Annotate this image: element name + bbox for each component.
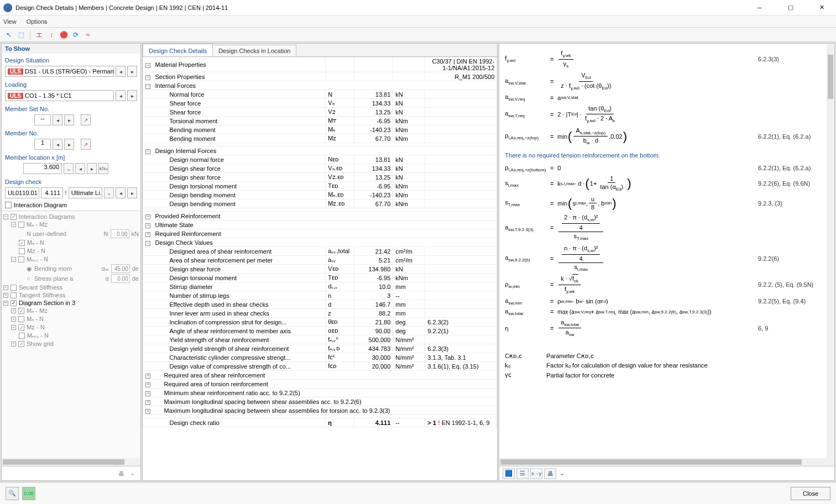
minimize-button[interactable]: ─ — [749, 1, 771, 14]
tree-collapse-icon[interactable]: − — [3, 301, 8, 306]
print-dropdown-icon[interactable]: ⌄ — [127, 469, 137, 479]
status-precision-icon[interactable]: 0.00 — [22, 487, 35, 500]
tool-pointer-icon[interactable]: ↖ — [3, 29, 14, 40]
expand-icon[interactable]: + — [145, 374, 150, 379]
left-tree-scrollbar[interactable] — [2, 458, 140, 466]
group-material-properties[interactable]: Material Properties — [153, 57, 326, 72]
expand-icon[interactable]: + — [145, 391, 150, 396]
tree-expand-icon[interactable]: + — [11, 317, 16, 322]
tree-item[interactable]: Mₙ - N — [27, 239, 139, 246]
tab-design-check-details[interactable]: Design Check Details — [143, 44, 213, 56]
design-situation-combo[interactable]: ULS DS1 - ULS (STR/GEO) - Permane... — [5, 66, 114, 77]
tool-arrows-icon[interactable]: ↕ — [46, 29, 57, 40]
collapse-icon[interactable]: − — [145, 84, 150, 89]
expand-icon[interactable]: + — [145, 223, 150, 228]
tool-refresh-icon[interactable]: ⟳ — [70, 29, 81, 40]
member-set-input[interactable]: -- — [34, 114, 51, 125]
foot-color-icon[interactable]: 🟦 — [503, 468, 515, 479]
ml-xx0-button[interactable]: x/x₀ — [98, 163, 108, 174]
tree-checkbox[interactable] — [19, 333, 25, 339]
tree-item[interactable]: Diagram Section in 3 — [19, 300, 139, 306]
tree-expand-icon[interactable]: + — [3, 293, 8, 298]
group-ultimate-state[interactable]: Ultimate State — [153, 221, 497, 229]
group-req-shear[interactable]: Required area of shear reinforcement — [153, 371, 497, 380]
menu-options[interactable]: Options — [27, 18, 48, 25]
collapse-icon[interactable]: − — [145, 241, 150, 246]
expand-icon[interactable]: + — [145, 400, 150, 405]
ds-prev-button[interactable]: ◂ — [116, 66, 126, 77]
tree-collapse-icon[interactable]: − — [3, 214, 8, 219]
tree-root[interactable]: Interaction Diagrams — [19, 213, 139, 220]
tree-item[interactable]: Mᴢ - N — [27, 248, 139, 255]
tree-checkbox[interactable] — [18, 316, 24, 322]
expand-icon[interactable]: + — [145, 214, 150, 219]
foot-print-icon[interactable]: 🖶 — [544, 468, 556, 479]
close-button[interactable]: Close — [791, 487, 830, 500]
dc-prev-button[interactable]: ◂ — [116, 187, 126, 198]
tree-item[interactable]: Mᵣₑₛ - N — [27, 256, 139, 263]
tree-value-input[interactable] — [111, 274, 130, 283]
tab-design-checks-in-location[interactable]: Design Checks in Location — [212, 45, 296, 56]
tree-item[interactable]: Mₙ - N — [27, 316, 139, 323]
member-no-input[interactable]: 1 — [34, 139, 51, 150]
tool-select-icon[interactable]: ⬚ — [15, 29, 27, 40]
group-max-long[interactable]: Maximum longitudinal spacing between she… — [153, 397, 497, 406]
foot-print-dropdown[interactable]: ⌄ — [558, 468, 566, 479]
ml-dropdown-button[interactable]: ⌄ — [64, 163, 74, 174]
loading-next-button[interactable]: ▸ — [127, 90, 137, 101]
tree-value-input[interactable] — [111, 229, 129, 238]
tree-item[interactable]: Secant Stiffness — [19, 284, 139, 291]
tree-item[interactable]: Mₙ - Mᴢ — [27, 307, 139, 314]
expand-icon[interactable]: + — [145, 75, 150, 80]
tree-item[interactable]: Bending mom — [34, 265, 99, 272]
dc-type-combo[interactable]: Ultimate Li... — [69, 187, 102, 198]
tool-section-icon[interactable]: エ — [34, 29, 45, 40]
tree-expand-icon[interactable]: + — [11, 342, 16, 347]
tree-item[interactable]: Mᴢ - N — [27, 324, 139, 331]
tree-checkbox[interactable]: ✓ — [19, 240, 25, 246]
ms-next-button[interactable]: ▸ — [64, 114, 74, 125]
ml-prev-button[interactable]: ◂ — [75, 163, 85, 174]
ms-pick-icon[interactable]: ↗ — [81, 114, 91, 125]
tree-item[interactable]: Mₙ - Mᴢ — [27, 221, 139, 228]
tree-checkbox[interactable] — [18, 256, 24, 262]
mn-pick-icon[interactable]: ↗ — [81, 139, 91, 150]
close-window-button[interactable]: ✕ — [811, 1, 833, 14]
tree-checkbox[interactable] — [18, 222, 24, 228]
tree-checkbox[interactable] — [19, 248, 25, 254]
foot-list-icon[interactable]: ☰ — [516, 468, 529, 479]
tree-item[interactable]: Mᵣₑₛ - N — [27, 332, 139, 339]
status-search-icon[interactable]: 🔍 — [6, 487, 19, 500]
tool-wave-icon[interactable]: ≈ — [82, 29, 93, 40]
group-internal-forces[interactable]: Internal Forces — [153, 81, 497, 90]
tree-expand-icon[interactable]: + — [3, 285, 8, 290]
ds-next-button[interactable]: ▸ — [127, 66, 137, 77]
tree-checkbox[interactable]: ✓ — [18, 341, 24, 347]
interaction-checkbox[interactable] — [5, 202, 12, 208]
group-req-torsion[interactable]: Required area of torsion reinforcement — [153, 380, 497, 389]
tree-collapse-icon[interactable]: − — [11, 222, 16, 227]
expand-icon[interactable]: + — [145, 382, 150, 387]
group-required-reinforcement[interactable]: Required Reinforcement — [153, 229, 497, 238]
tool-color-icon[interactable]: 🔴 — [58, 29, 69, 40]
group-section-properties[interactable]: Section Properties — [153, 72, 326, 81]
tree-item[interactable]: Tangent Stiffness — [19, 292, 139, 298]
tree-checkbox[interactable]: ✓ — [11, 300, 17, 306]
tree-value-input[interactable] — [111, 264, 130, 273]
collapse-icon[interactable]: − — [145, 149, 150, 154]
foot-xy-icon[interactable]: x→y — [530, 468, 542, 479]
group-max-long-torsion[interactable]: Maximum longitudinal spacing between she… — [153, 406, 497, 415]
expand-icon[interactable]: + — [145, 63, 150, 68]
tree-item[interactable]: Stress plane a — [34, 275, 103, 282]
tree-checkbox[interactable]: ✓ — [11, 214, 17, 220]
ms-prev-button[interactable]: ◂ — [53, 114, 62, 125]
tree-item[interactable]: Show grid — [27, 340, 139, 347]
group-min-shear[interactable]: Minimum shear reinforcement ratio acc. t… — [153, 389, 497, 397]
tree-checkbox[interactable] — [11, 292, 17, 298]
tree-checkbox[interactable]: ✓ — [18, 308, 24, 314]
ml-next-button[interactable]: ▸ — [87, 163, 97, 174]
loading-combo[interactable]: ULS CO1 - 1.35 * LC1 — [5, 90, 114, 101]
print-icon[interactable]: 🖶 — [116, 469, 126, 479]
dc-combo-dropdown[interactable]: ⌄ — [104, 187, 114, 198]
dc-code-combo[interactable]: UL0110.01 — [5, 187, 39, 198]
